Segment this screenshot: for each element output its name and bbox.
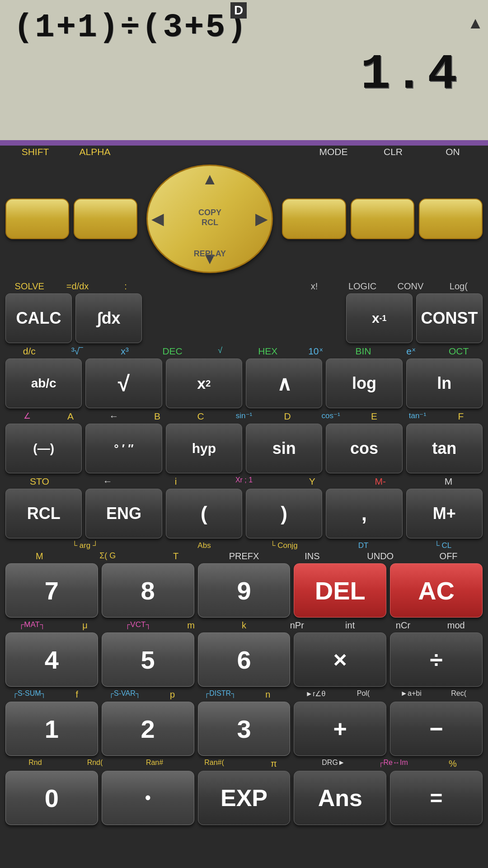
lbl-svar: ┌S-VAR┐ <box>101 689 149 700</box>
exp-button[interactable]: EXP <box>198 771 291 825</box>
lbl-arrleft: ← <box>92 411 136 422</box>
key-6[interactable]: 6 <box>198 632 291 687</box>
lbl-D: D <box>266 411 309 422</box>
eq-button[interactable]: = <box>390 771 483 825</box>
key-0[interactable]: 0 <box>5 771 98 825</box>
xsq-button[interactable]: x2 <box>166 359 242 408</box>
row8-top-labels: Rnd Rnd( Ran# Ran#( π DRG► ┌Re↔Im % <box>0 758 488 769</box>
label-alpha: ALPHA <box>65 146 125 157</box>
mode-button[interactable] <box>282 198 346 239</box>
rcl-button[interactable]: RCL <box>5 489 82 538</box>
hyp-button[interactable]: hyp <box>166 424 242 473</box>
top-button-row: ▲ ▼ ◀ ▶ COPYRCL REPLAY <box>0 157 488 280</box>
row6-top-labels: ┌MAT┐ μ ┌VCT┐ m k nPr int nCr mod <box>0 619 488 631</box>
key-4[interactable]: 4 <box>5 632 98 687</box>
lbl-prefx: PREFX <box>210 551 278 561</box>
rparen-button[interactable]: ) <box>246 489 322 538</box>
lbl-taninv: tan⁻¹ <box>396 411 439 422</box>
key-1[interactable]: 1 <box>5 702 98 756</box>
sqrt-button[interactable]: √ <box>85 359 162 408</box>
row4-top-labels: STO ← i Xr ; 1 Y M- M <box>0 475 488 487</box>
lbl-xr1: Xr ; 1 <box>210 476 278 487</box>
lbl-off: OFF <box>414 551 483 561</box>
deg-min-sec-button[interactable]: ° ′ ″ <box>85 424 162 473</box>
triangle-indicator: ▲ <box>467 14 483 33</box>
dpad[interactable]: ▲ ▼ ◀ ▶ COPYRCL REPLAY <box>146 165 273 273</box>
lparen-button[interactable]: ( <box>166 489 242 538</box>
lbl-rec: Rec( <box>435 689 483 700</box>
lbl-reimag: ┌Re↔Im <box>363 759 423 769</box>
lbl-colon: : <box>102 281 150 292</box>
label-mode: MODE <box>304 146 363 157</box>
plus-button[interactable]: + <box>294 702 386 756</box>
comma-button[interactable]: , <box>326 489 402 538</box>
clr-button[interactable] <box>351 198 414 239</box>
alpha-button[interactable] <box>74 198 137 239</box>
row2-top-labels: d/c ³√‾ x³ DEC √ HEX 10ˣ BIN eˣ OCT <box>0 345 488 357</box>
cos-button[interactable]: cos <box>326 424 402 473</box>
button-row-7: 1 2 3 + − <box>0 700 488 758</box>
paren-dash-button[interactable]: (—) <box>5 424 82 473</box>
integral-button[interactable]: ∫dx <box>75 293 142 343</box>
secondary-labels-row1: SOLVE =d/dx : x! LOGIC CONV Log( <box>0 280 488 292</box>
on-button[interactable] <box>419 198 483 239</box>
ac-button[interactable]: AC <box>390 563 483 618</box>
lbl-xcube: x³ <box>101 346 149 357</box>
key-7[interactable]: 7 <box>5 563 98 618</box>
label-on: ON <box>423 146 483 157</box>
lbl-sigma-g: Σ( G <box>74 551 142 561</box>
row7-top-labels: ┌S-SUM┐ f ┌S-VAR┐ p ┌DISTR┐ n ►r∠θ Pol( … <box>0 689 488 700</box>
ln-button[interactable]: ln <box>406 359 483 408</box>
shift-button[interactable] <box>5 198 69 239</box>
lbl-rnd: Rnd <box>5 759 65 769</box>
lbl-C: C <box>179 411 222 422</box>
div-button[interactable]: ÷ <box>390 632 483 687</box>
dpad-left-icon[interactable]: ◀ <box>151 209 164 228</box>
button-row-2: ab/c √ x2 ∧ log ln <box>0 357 488 410</box>
lbl-cbrt: ³√‾ <box>53 346 101 357</box>
dpad-copy-rcl: COPYRCL <box>198 208 221 227</box>
caret-button[interactable]: ∧ <box>246 359 322 408</box>
lbl-M2: M <box>5 551 74 561</box>
lbl-cosinv: cos⁻¹ <box>309 411 352 422</box>
key-9[interactable]: 9 <box>198 563 291 618</box>
del-button[interactable]: DEL <box>294 563 386 618</box>
dpad-up-icon[interactable]: ▲ <box>202 170 218 189</box>
abc-button[interactable]: ab/c <box>5 359 82 408</box>
tan-button[interactable]: tan <box>406 424 483 473</box>
ans-button[interactable]: Ans <box>294 771 386 825</box>
lbl-npr: nPr <box>271 620 324 631</box>
lbl-ranp: Ran#( <box>184 759 244 769</box>
log-button[interactable]: log <box>326 359 402 408</box>
display-input: (1+1)÷(3+5) <box>14 9 248 46</box>
lbl-sto: STO <box>5 476 74 487</box>
key-8[interactable]: 8 <box>102 563 194 618</box>
calculator-display: D (1+1)÷(3+5) 1.4 ▲ <box>0 0 488 140</box>
const-button[interactable]: CONST <box>416 293 483 343</box>
key-5[interactable]: 5 <box>102 632 194 687</box>
lbl-n: n <box>244 689 292 700</box>
xinv-button[interactable]: x-1 <box>346 293 413 343</box>
lbl-oct: OCT <box>435 346 483 357</box>
key-2[interactable]: 2 <box>102 702 194 756</box>
lbl-rangle: ►r∠θ <box>292 689 340 700</box>
lbl-conj: └ Conjg <box>244 541 324 550</box>
calc-button[interactable]: CALC <box>5 293 72 343</box>
calculator-body: SHIFT ALPHA MODE CLR ON ▲ ▼ ◀ ▶ COPYRCL … <box>0 146 488 827</box>
lbl-arrleft2: ← <box>74 476 142 487</box>
separator <box>0 140 488 146</box>
minus-button[interactable]: − <box>390 702 483 756</box>
dot-button[interactable]: • <box>102 771 194 825</box>
sin-button[interactable]: sin <box>246 424 322 473</box>
eng-button[interactable]: ENG <box>85 489 162 538</box>
row5-top-labels: M Σ( G T PREFX INS UNDO OFF <box>0 550 488 561</box>
lbl-B: B <box>136 411 179 422</box>
lbl-distr: ┌DISTR┐ <box>196 689 244 700</box>
mul-button[interactable]: × <box>294 632 386 687</box>
key-3[interactable]: 3 <box>198 702 291 756</box>
lbl-sqrt-v: √ <box>196 346 244 357</box>
top-function-labels: SHIFT ALPHA MODE CLR ON <box>0 146 488 157</box>
mplus-button[interactable]: M+ <box>406 489 483 538</box>
dpad-right-icon[interactable]: ▶ <box>255 209 268 228</box>
dpad-container: ▲ ▼ ◀ ▶ COPYRCL REPLAY <box>142 160 277 278</box>
